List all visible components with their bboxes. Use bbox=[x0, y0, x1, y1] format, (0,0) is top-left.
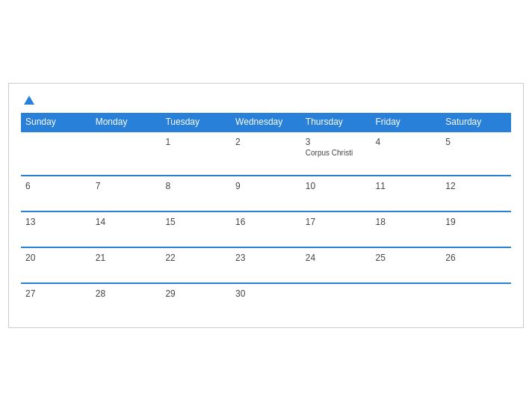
logo-blue-text bbox=[21, 96, 34, 105]
weekday-header-friday: Friday bbox=[371, 113, 442, 132]
week-row-4: 20212223242526 bbox=[21, 247, 511, 283]
calendar-cell: 17 bbox=[301, 211, 371, 247]
day-number: 13 bbox=[25, 217, 87, 227]
day-number: 3 bbox=[306, 137, 367, 147]
day-number: 17 bbox=[306, 217, 367, 227]
day-number: 6 bbox=[25, 181, 87, 191]
calendar-cell bbox=[441, 283, 511, 318]
day-number: 7 bbox=[96, 181, 157, 191]
weekday-header-wednesday: Wednesday bbox=[231, 113, 301, 132]
calendar-cell bbox=[21, 132, 91, 176]
calendar-cell: 1 bbox=[161, 132, 231, 176]
calendar-cell: 14 bbox=[91, 211, 161, 247]
calendar-cell bbox=[371, 283, 442, 318]
weekday-header-thursday: Thursday bbox=[301, 113, 371, 132]
day-number: 9 bbox=[235, 181, 297, 191]
calendar-header bbox=[21, 96, 511, 105]
day-number: 24 bbox=[306, 253, 367, 263]
week-row-5: 27282930 bbox=[21, 283, 511, 318]
calendar-cell: 15 bbox=[161, 211, 231, 247]
day-number: 25 bbox=[376, 253, 437, 263]
week-row-2: 6789101112 bbox=[21, 176, 511, 211]
day-number: 4 bbox=[376, 137, 437, 147]
weekday-header-sunday: Sunday bbox=[21, 113, 91, 132]
day-number: 18 bbox=[376, 217, 437, 227]
calendar-cell: 25 bbox=[371, 247, 442, 283]
calendar-cell: 8 bbox=[161, 176, 231, 211]
day-number: 1 bbox=[165, 137, 226, 147]
day-number: 28 bbox=[96, 288, 157, 299]
calendar-cell: 4 bbox=[371, 132, 442, 176]
calendar-cell: 28 bbox=[91, 283, 161, 318]
calendar-cell: 18 bbox=[371, 211, 442, 247]
calendar-cell: 23 bbox=[231, 247, 301, 283]
week-row-1: 123Corpus Christi45 bbox=[21, 132, 511, 176]
calendar-cell bbox=[301, 283, 371, 318]
logo bbox=[21, 96, 34, 105]
calendar-cell: 2 bbox=[231, 132, 301, 176]
day-number: 11 bbox=[376, 181, 437, 191]
day-number: 8 bbox=[165, 181, 226, 191]
weekday-header-monday: Monday bbox=[91, 113, 161, 132]
calendar-cell: 22 bbox=[161, 247, 231, 283]
calendar-cell: 7 bbox=[91, 176, 161, 211]
day-number: 26 bbox=[445, 253, 507, 263]
calendar-cell: 10 bbox=[301, 176, 371, 211]
calendar-header-row: SundayMondayTuesdayWednesdayThursdayFrid… bbox=[21, 113, 511, 132]
calendar-cell: 27 bbox=[21, 283, 91, 318]
calendar-cell: 19 bbox=[441, 211, 511, 247]
calendar-cell bbox=[91, 132, 161, 176]
calendar-container: SundayMondayTuesdayWednesdayThursdayFrid… bbox=[8, 83, 524, 328]
calendar-grid: SundayMondayTuesdayWednesdayThursdayFrid… bbox=[21, 113, 511, 318]
calendar-cell: 29 bbox=[161, 283, 231, 318]
day-number: 27 bbox=[25, 288, 87, 299]
logo-triangle-icon bbox=[24, 96, 34, 105]
day-number: 10 bbox=[306, 181, 367, 191]
day-number: 5 bbox=[445, 137, 507, 147]
calendar-cell: 16 bbox=[231, 211, 301, 247]
calendar-cell: 11 bbox=[371, 176, 442, 211]
calendar-cell: 9 bbox=[231, 176, 301, 211]
event-label: Corpus Christi bbox=[306, 149, 367, 157]
day-number: 21 bbox=[96, 253, 157, 263]
calendar-cell: 30 bbox=[231, 283, 301, 318]
calendar-cell: 24 bbox=[301, 247, 371, 283]
day-number: 15 bbox=[165, 217, 226, 227]
day-number: 23 bbox=[235, 253, 297, 263]
day-number: 12 bbox=[445, 181, 507, 191]
calendar-cell: 21 bbox=[91, 247, 161, 283]
calendar-cell: 26 bbox=[441, 247, 511, 283]
day-number: 14 bbox=[96, 217, 157, 227]
week-row-3: 13141516171819 bbox=[21, 211, 511, 247]
day-number: 16 bbox=[235, 217, 297, 227]
calendar-cell: 20 bbox=[21, 247, 91, 283]
weekday-header-tuesday: Tuesday bbox=[161, 113, 231, 132]
calendar-body: 123Corpus Christi45678910111213141516171… bbox=[21, 132, 511, 318]
day-number: 2 bbox=[235, 137, 297, 147]
calendar-cell: 6 bbox=[21, 176, 91, 211]
calendar-cell: 12 bbox=[441, 176, 511, 211]
day-number: 30 bbox=[235, 288, 297, 299]
calendar-cell: 5 bbox=[441, 132, 511, 176]
calendar-cell: 3Corpus Christi bbox=[301, 132, 371, 176]
day-number: 29 bbox=[165, 288, 226, 299]
weekday-header-saturday: Saturday bbox=[441, 113, 511, 132]
day-number: 20 bbox=[25, 253, 87, 263]
day-number: 19 bbox=[445, 217, 507, 227]
calendar-cell: 13 bbox=[21, 211, 91, 247]
day-number: 22 bbox=[165, 253, 226, 263]
